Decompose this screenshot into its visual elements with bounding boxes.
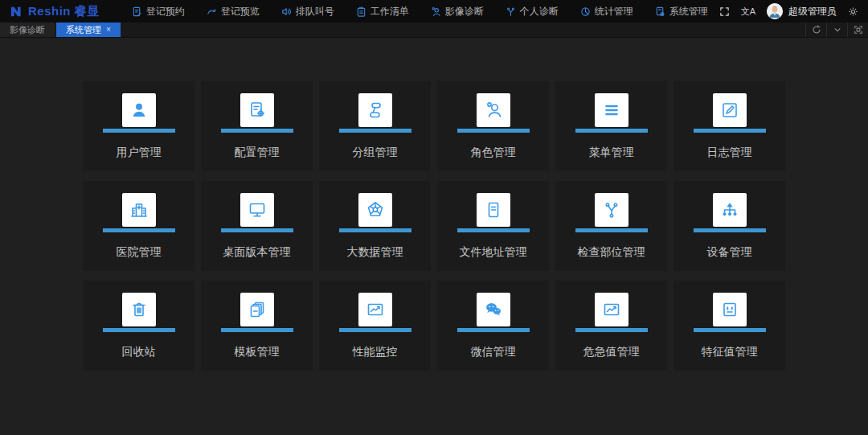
tab-close-icon[interactable]: × [106, 26, 111, 34]
card-underline [339, 129, 411, 133]
menu-icon [595, 93, 628, 127]
card-underline [103, 328, 175, 332]
chevron-down-icon[interactable] [826, 23, 847, 37]
card-exam-bodypart-manage[interactable]: 检查部位管理 [555, 181, 667, 271]
card-label: 特征值管理 [702, 345, 758, 359]
nav-item-imaging-diagnosis[interactable]: 影像诊断 [431, 5, 484, 18]
card-recycle-bin[interactable]: 回收站 [83, 281, 194, 371]
gear-icon[interactable] [848, 6, 858, 17]
nav-label: 工作清单 [371, 5, 409, 18]
card-wechat-manage[interactable]: 微信管理 [437, 281, 549, 371]
card-label: 用户管理 [117, 146, 162, 160]
card-group-manage[interactable]: 分组管理 [319, 81, 431, 171]
avatar [767, 3, 783, 19]
register-appointment-icon [132, 6, 142, 17]
role-icon [477, 93, 510, 127]
feature-value-icon [713, 293, 747, 326]
log-icon [713, 93, 747, 127]
card-underline [575, 328, 648, 332]
critical-value-icon [595, 293, 628, 326]
nav-label: 登记预览 [221, 5, 260, 18]
brand-logo-icon [10, 5, 23, 18]
topbar-right: 文A 超级管理员 [719, 3, 858, 19]
nav-item-queue-call[interactable]: 排队叫号 [281, 5, 334, 18]
card-underline [694, 129, 766, 133]
nav-label: 系统管理 [669, 5, 708, 18]
main-content: 用户管理 配置管理 分组管理 [0, 81, 868, 371]
card-underline [457, 228, 530, 232]
card-underline [339, 328, 411, 332]
card-label: 设备管理 [707, 245, 752, 260]
exam-bodypart-icon [595, 193, 628, 227]
nav-label: 个人诊断 [520, 5, 559, 18]
card-hospital-manage[interactable]: 医院管理 [83, 181, 194, 271]
card-underline [339, 228, 411, 232]
card-desktop-version-manage[interactable]: 桌面版本管理 [201, 181, 313, 271]
card-label: 桌面版本管理 [223, 245, 291, 260]
card-label: 日志管理 [707, 146, 752, 160]
card-template-manage[interactable]: 模板管理 [201, 281, 313, 371]
tab-imaging-diagnosis[interactable]: 影像诊断 [0, 23, 55, 37]
card-performance-monitor[interactable]: 性能监控 [319, 281, 431, 371]
frame-icon[interactable] [847, 23, 868, 37]
nav-item-system-manage[interactable]: 系统管理 [655, 5, 708, 18]
card-role-manage[interactable]: 角色管理 [437, 81, 549, 171]
config-icon [240, 93, 274, 127]
group-icon [358, 93, 392, 127]
card-underline [575, 129, 648, 133]
brand-name: Reshin 睿显 [28, 4, 100, 19]
queue-call-icon [281, 6, 292, 17]
card-underline [221, 129, 293, 133]
nav-label: 影像诊断 [445, 5, 484, 18]
nav-item-register-preview[interactable]: 登记预览 [207, 5, 260, 18]
card-underline [103, 129, 175, 133]
card-underline [221, 228, 293, 232]
card-user-manage[interactable]: 用户管理 [83, 81, 194, 171]
card-label: 微信管理 [471, 345, 516, 359]
card-underline [694, 328, 766, 332]
card-label: 回收站 [122, 345, 156, 359]
username: 超级管理员 [788, 5, 837, 18]
card-label: 性能监控 [353, 345, 398, 359]
fullscreen-icon[interactable] [719, 6, 730, 17]
card-log-manage[interactable]: 日志管理 [674, 81, 785, 171]
imaging-diagnosis-icon [431, 6, 441, 17]
statistics-icon [580, 6, 591, 17]
card-underline [103, 228, 175, 232]
register-preview-icon [207, 6, 217, 17]
nav-item-statistics[interactable]: 统计管理 [580, 5, 633, 18]
card-label: 危急值管理 [583, 345, 640, 359]
card-menu-manage[interactable]: 菜单管理 [555, 81, 667, 171]
nav-label: 排队叫号 [296, 5, 334, 18]
device-icon [713, 193, 747, 227]
card-underline [457, 328, 530, 332]
system-manage-icon [655, 6, 665, 17]
tab-label: 影像诊断 [10, 24, 45, 36]
translate-icon[interactable]: 文A [741, 6, 755, 18]
card-label: 检查部位管理 [578, 245, 645, 260]
card-feature-value-manage[interactable]: 特征值管理 [674, 281, 785, 371]
tab-actions [805, 23, 868, 37]
card-label: 模板管理 [235, 345, 280, 359]
worklist-icon [356, 6, 366, 17]
card-critical-value-manage[interactable]: 危急值管理 [555, 281, 667, 371]
card-label: 医院管理 [117, 245, 162, 260]
card-bigdata-manage[interactable]: 大数据管理 [319, 181, 431, 271]
bigdata-icon [358, 193, 392, 227]
card-device-manage[interactable]: 设备管理 [674, 181, 785, 271]
card-label: 大数据管理 [347, 245, 403, 260]
user-menu[interactable]: 超级管理员 [767, 3, 837, 19]
card-file-address-manage[interactable]: 文件地址管理 [437, 181, 549, 271]
nav-item-worklist[interactable]: 工作清单 [356, 5, 409, 18]
tab-bar: 影像诊断 系统管理 × [0, 23, 868, 38]
refresh-icon[interactable] [805, 23, 826, 37]
card-config-manage[interactable]: 配置管理 [201, 81, 313, 171]
recycle-bin-icon [122, 293, 156, 326]
brand: Reshin 睿显 [10, 4, 100, 19]
card-label: 菜单管理 [589, 146, 634, 160]
nav-label: 统计管理 [595, 5, 633, 18]
nav-item-personal-diagnosis[interactable]: 个人诊断 [506, 5, 559, 18]
nav-item-register-appointment[interactable]: 登记预约 [132, 5, 185, 18]
tab-system-manage[interactable]: 系统管理 × [56, 23, 121, 37]
top-nav: 登记预约 登记预览 排队叫号 工作清单 影像诊断 [132, 5, 708, 18]
